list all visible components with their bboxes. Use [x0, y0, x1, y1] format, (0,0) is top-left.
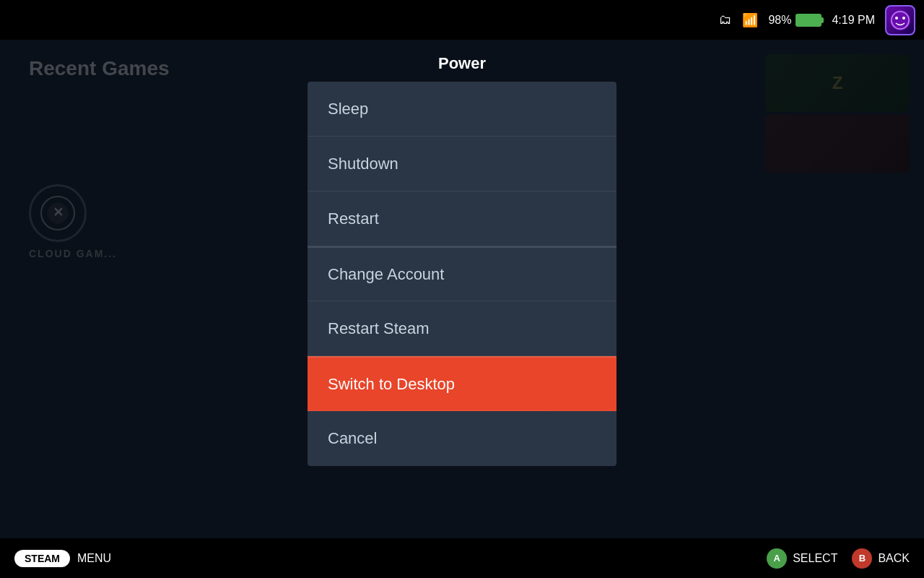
power-menu-container: Sleep Shutdown Restart Change Account Re…: [308, 82, 616, 466]
switch-to-desktop-label: Switch to Desktop: [328, 375, 455, 394]
svg-point-0: [890, 10, 910, 30]
steam-button[interactable]: STEAM: [14, 550, 70, 567]
avatar-image: [889, 9, 911, 31]
back-group: B BACK: [852, 548, 910, 569]
a-button[interactable]: A: [767, 548, 787, 569]
battery-percent: 98%: [768, 14, 791, 27]
select-label: SELECT: [793, 552, 837, 565]
select-group: A SELECT: [767, 548, 837, 569]
menu-item-restart-steam[interactable]: Restart Steam: [308, 301, 616, 356]
sdcard-icon: 🗂: [719, 12, 732, 27]
power-dialog-title: Power: [308, 40, 616, 82]
sleep-label: Sleep: [328, 100, 368, 118]
shutdown-label: Shutdown: [328, 155, 398, 173]
menu-item-sleep[interactable]: Sleep: [308, 82, 616, 137]
controller-buttons: A SELECT B BACK: [767, 548, 910, 569]
battery-icon: [796, 14, 821, 27]
b-button[interactable]: B: [852, 548, 872, 569]
restart-label: Restart: [328, 210, 379, 228]
svg-point-2: [895, 17, 898, 20]
restart-steam-label: Restart Steam: [328, 319, 430, 338]
bottom-bar: STEAM MENU A SELECT B BACK: [0, 538, 924, 578]
clock: 4:19 PM: [832, 14, 875, 27]
menu-item-switch-to-desktop[interactable]: Switch to Desktop: [308, 356, 616, 411]
menu-item-change-account[interactable]: Change Account: [308, 246, 616, 301]
change-account-label: Change Account: [328, 265, 444, 284]
battery-container: 98%: [768, 14, 821, 27]
status-bar: 🗂 📶 98% 4:19 PM: [0, 0, 924, 40]
svg-point-3: [902, 17, 905, 20]
cancel-label: Cancel: [328, 429, 377, 448]
back-label: BACK: [878, 552, 910, 565]
menu-item-cancel[interactable]: Cancel: [308, 411, 616, 466]
avatar[interactable]: [885, 5, 915, 35]
wifi-icon: 📶: [742, 12, 758, 28]
power-dialog: Power Sleep Shutdown Restart Change Acco…: [308, 40, 616, 466]
menu-label: MENU: [77, 552, 111, 565]
steam-menu-group: STEAM MENU: [14, 550, 111, 567]
status-bar-left: [0, 0, 12, 40]
menu-item-restart[interactable]: Restart: [308, 191, 616, 246]
menu-item-shutdown[interactable]: Shutdown: [308, 137, 616, 191]
